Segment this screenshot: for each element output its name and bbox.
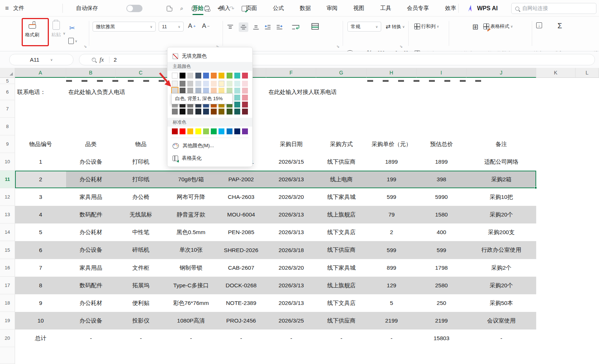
theme-color-swatch-9[interactable]	[234, 73, 240, 79]
cell-G17[interactable]: 线上旗舰店	[316, 277, 367, 294]
format-painter-button[interactable]: 格式刷	[25, 21, 39, 38]
tint-swatch-r1-c2[interactable]	[180, 81, 185, 87]
zoom-out-icon[interactable]	[92, 58, 96, 62]
cell-B8[interactable]	[66, 118, 116, 135]
cell-J17[interactable]: 采购20个	[466, 277, 536, 294]
alignment-expand-icon[interactable]: ⇘	[336, 44, 339, 48]
cell-A13[interactable]: 4	[15, 206, 66, 223]
cell-D14[interactable]: 黑色0.5mm	[166, 223, 216, 241]
cell-C12[interactable]: 办公椅	[116, 188, 166, 206]
rows-columns-button[interactable]: 行和列∨	[414, 23, 439, 30]
cell-K15[interactable]	[536, 241, 575, 259]
cell-B16[interactable]: 家具用品	[66, 259, 116, 277]
column-header-L[interactable]: L	[575, 68, 599, 78]
column-header-B[interactable]: B	[66, 68, 116, 78]
cell-K10[interactable]	[536, 153, 575, 171]
row-header-12[interactable]: 12	[0, 188, 15, 206]
tint-swatch-r2-c8[interactable]	[227, 88, 232, 94]
cell-I12[interactable]: 5990	[416, 188, 466, 206]
hamburger-menu-icon[interactable]: ≡	[5, 0, 9, 17]
cell-L19[interactable]	[575, 312, 599, 330]
theme-color-swatch-8[interactable]	[227, 73, 232, 79]
cell-B14[interactable]: 办公耗材	[66, 223, 116, 241]
number-format-select[interactable]: 常规∨	[347, 22, 381, 32]
file-menu[interactable]: 文件	[13, 0, 24, 17]
cell-E17[interactable]: DOCK-0268	[216, 277, 266, 294]
cell-F20[interactable]: -	[266, 330, 316, 347]
cell-G14[interactable]: 线下文具店	[316, 223, 367, 241]
cell-E12[interactable]: CHA-2603	[216, 188, 266, 206]
tint-swatch-r3-c9[interactable]	[234, 95, 240, 101]
tint-swatch-r5-c6[interactable]	[211, 109, 217, 114]
tint-swatch-r1-c10[interactable]	[242, 81, 248, 87]
cell-L20[interactable]	[575, 330, 599, 347]
cell-I15[interactable]: 599	[416, 241, 466, 259]
cell-H15[interactable]: 599	[367, 241, 416, 259]
cell-J15[interactable]: 行政办公室使用	[466, 241, 536, 259]
cell-K18[interactable]	[536, 294, 575, 312]
wrap-text-icon-button[interactable]	[292, 24, 300, 30]
output-icon[interactable]: ⌕	[177, 4, 187, 13]
cell-A17[interactable]: 8	[15, 277, 66, 294]
cell-E20[interactable]: -	[216, 330, 266, 347]
cell-L13[interactable]	[575, 206, 599, 223]
tint-swatch-r2-c2[interactable]	[180, 88, 185, 94]
cell-H16[interactable]: 899	[367, 259, 416, 277]
column-header-F[interactable]: F	[266, 68, 316, 78]
cell-E19[interactable]: PROJ-2456	[216, 312, 266, 330]
cell-A16[interactable]: 7	[15, 259, 66, 277]
cell-L16[interactable]	[575, 259, 599, 277]
cell-F10[interactable]: 2026/3/15	[266, 153, 316, 171]
cell-K5[interactable]	[536, 78, 575, 84]
increase-font-button[interactable]: A+	[188, 22, 196, 30]
cell-E15[interactable]: SHRED-2026	[216, 241, 266, 259]
row-header-15[interactable]: 15	[0, 241, 15, 259]
standard-color-swatch-9[interactable]	[234, 128, 240, 134]
cell-H11[interactable]: 199	[367, 171, 416, 188]
theme-color-swatch-5[interactable]	[203, 73, 209, 79]
increase-indent-button[interactable]	[276, 24, 283, 30]
row-header-16[interactable]: 16	[0, 259, 15, 277]
cell-C7[interactable]	[116, 100, 166, 118]
cell-J16[interactable]: 采购2个	[466, 259, 536, 277]
cell-H19[interactable]: 2199	[367, 312, 416, 330]
cell-A19[interactable]: 10	[15, 312, 66, 330]
tint-swatch-r5-c5[interactable]	[203, 109, 209, 114]
tint-swatch-r2-c9[interactable]	[234, 88, 240, 94]
cell-E14[interactable]: PEN-2085	[216, 223, 266, 241]
tint-swatch-r2-c3[interactable]	[187, 88, 193, 94]
cell-B13[interactable]: 数码配件	[66, 206, 116, 223]
cell-H10[interactable]: 1899	[367, 153, 416, 171]
cell-I7[interactable]	[416, 100, 466, 118]
row-header-10[interactable]: 10	[0, 153, 15, 171]
cell-L14[interactable]	[575, 223, 599, 241]
cell-K17[interactable]	[536, 277, 575, 294]
standard-color-swatch-2[interactable]	[180, 128, 185, 134]
cell-K16[interactable]	[536, 259, 575, 277]
cell-K11[interactable]	[536, 171, 575, 188]
cell-J11[interactable]: 采购2箱	[466, 171, 536, 188]
tab-数据[interactable]: 数据	[297, 0, 313, 17]
cell-G13[interactable]: 线上旗舰店	[316, 206, 367, 223]
row-header-13[interactable]: 13	[0, 206, 15, 223]
cell-H12[interactable]: 599	[367, 188, 416, 206]
cell-H17[interactable]: 129	[367, 277, 416, 294]
row-header-5[interactable]: 5	[0, 78, 15, 84]
cell-F9[interactable]: 采购日期	[266, 135, 316, 153]
tint-swatch-r1-c9[interactable]	[234, 81, 240, 87]
cell-B11[interactable]: 办公耗材	[66, 171, 116, 188]
tint-swatch-r4-c9[interactable]	[234, 102, 240, 108]
tint-swatch-r2-c6[interactable]	[211, 88, 217, 94]
cell-B20[interactable]: -	[66, 330, 116, 347]
cell-K8[interactable]	[536, 118, 575, 135]
cell-F14[interactable]: 2026/3/13	[266, 223, 316, 241]
align-top-button[interactable]	[227, 24, 234, 30]
cell-A8[interactable]	[15, 118, 66, 135]
cell-F12[interactable]: 2026/3/20	[266, 188, 316, 206]
cell-H7[interactable]	[367, 100, 416, 118]
tint-swatch-r1-c7[interactable]	[219, 81, 224, 87]
cell-I17[interactable]: 2580	[416, 277, 466, 294]
cell-F11[interactable]: 2026/3/13	[266, 171, 316, 188]
fx-icon[interactable]: fx	[100, 57, 104, 63]
cell-C13[interactable]: 无线鼠标	[116, 206, 166, 223]
